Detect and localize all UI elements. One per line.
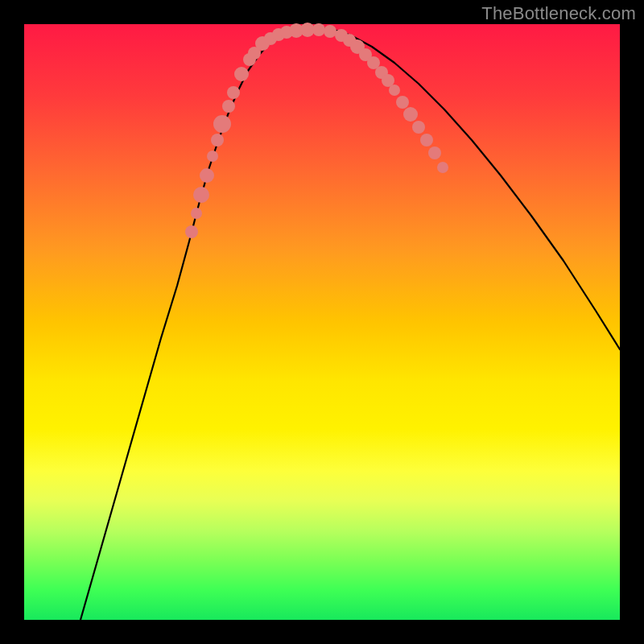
curve-marker bbox=[312, 23, 325, 36]
watermark-text: TheBottleneck.com bbox=[481, 3, 636, 24]
curve-marker bbox=[412, 121, 425, 134]
bottleneck-curve bbox=[80, 27, 620, 620]
curve-marker bbox=[193, 187, 209, 203]
curve-marker bbox=[437, 162, 448, 173]
curve-marker bbox=[324, 25, 336, 38]
curve-marker bbox=[396, 96, 409, 109]
curve-marker bbox=[200, 168, 214, 183]
plot-area bbox=[24, 24, 620, 620]
curve-marker bbox=[428, 147, 441, 159]
curve-marker bbox=[234, 67, 249, 81]
curve-marker bbox=[420, 134, 433, 147]
chart-frame: TheBottleneck.com bbox=[0, 0, 644, 644]
curve-marker bbox=[207, 151, 218, 162]
marker-group bbox=[185, 23, 448, 238]
curve-marker bbox=[222, 100, 235, 113]
curve-marker bbox=[213, 115, 231, 133]
curve-marker bbox=[389, 85, 400, 96]
curve-marker bbox=[211, 134, 224, 147]
curve-marker bbox=[191, 208, 202, 219]
curve-marker bbox=[403, 107, 418, 122]
curve-marker bbox=[227, 86, 240, 99]
curve-svg bbox=[24, 24, 620, 620]
curve-marker bbox=[185, 225, 198, 238]
